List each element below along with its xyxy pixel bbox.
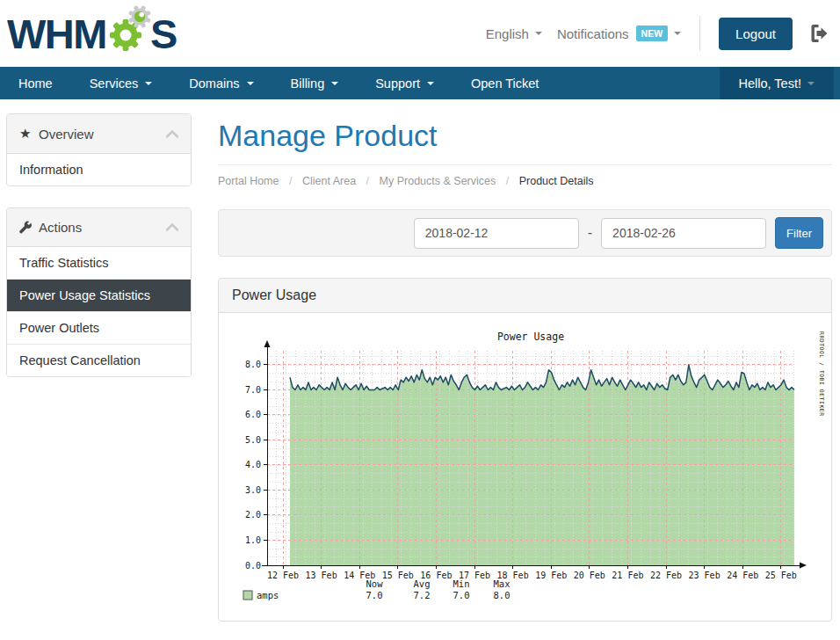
- nav-item-open-ticket[interactable]: Open Ticket: [453, 67, 557, 99]
- svg-text:Min: Min: [453, 578, 470, 589]
- nav-item-support[interactable]: Support: [357, 67, 453, 99]
- language-dropdown[interactable]: English: [486, 26, 542, 41]
- svg-text:7.0: 7.0: [366, 590, 383, 600]
- svg-text:Max: Max: [494, 578, 511, 589]
- sidebar-item-power-usage-statistics[interactable]: Power Usage Statistics: [7, 280, 191, 312]
- nav-item-billing[interactable]: Billing: [272, 67, 358, 99]
- power-usage-panel: Power Usage 0.01.02.03.04.05.06.07.08.01…: [218, 278, 832, 622]
- power-usage-panel-title: Power Usage: [219, 279, 831, 313]
- chevron-up-icon: [166, 223, 178, 231]
- sidebar-item-information[interactable]: Information: [7, 154, 191, 185]
- actions-panel-header[interactable]: Actions: [7, 208, 191, 246]
- actions-items: Traffic Statistics Power Usage Statistic…: [7, 246, 191, 376]
- chevron-down-icon: [427, 82, 434, 85]
- main-content: Manage Product Portal Home / Client Area…: [218, 113, 832, 622]
- svg-text:7.0: 7.0: [453, 590, 470, 600]
- sidebar-item-request-cancellation[interactable]: Request Cancellation: [7, 345, 191, 376]
- svg-text:Now: Now: [366, 578, 384, 589]
- logo-text-left: WHM: [7, 13, 106, 55]
- page-title: Manage Product: [218, 119, 832, 165]
- svg-text:20 Feb: 20 Feb: [574, 571, 605, 580]
- logout-button[interactable]: Logout: [719, 18, 793, 50]
- svg-text:3.0: 3.0: [245, 485, 261, 495]
- chevron-down-icon: [145, 82, 152, 85]
- svg-text:0.0: 0.0: [245, 561, 261, 571]
- end-date-input[interactable]: [601, 218, 766, 249]
- nav-item-services[interactable]: Services: [71, 67, 171, 99]
- sidebar: ★ Overview Information Actions: [6, 113, 192, 622]
- power-usage-chart: 0.01.02.03.04.05.06.07.08.012 Feb13 Feb1…: [238, 329, 832, 610]
- chevron-up-icon: [166, 130, 178, 138]
- wrench-icon: [19, 221, 39, 234]
- logo-text-right: S: [150, 13, 177, 55]
- svg-text:4.0: 4.0: [245, 460, 261, 469]
- nav-item-domains[interactable]: Domains: [170, 67, 272, 99]
- header-divider: [699, 16, 700, 51]
- svg-text:25 Feb: 25 Feb: [765, 571, 797, 580]
- overview-panel: ★ Overview Information: [6, 113, 192, 186]
- svg-text:amps: amps: [257, 590, 279, 600]
- svg-text:23 Feb: 23 Feb: [689, 571, 721, 580]
- power-usage-panel-body: 0.01.02.03.04.05.06.07.08.012 Feb13 Feb1…: [219, 313, 831, 621]
- svg-text:24 Feb: 24 Feb: [727, 571, 758, 580]
- svg-text:RRDTOOL / TOBI OETIKER: RRDTOOL / TOBI OETIKER: [819, 331, 825, 417]
- svg-text:6.0: 6.0: [245, 410, 261, 419]
- chevron-down-icon: [247, 82, 254, 85]
- svg-text:21 Feb: 21 Feb: [612, 571, 643, 580]
- breadcrumb: Portal Home / Client Area / My Products …: [218, 175, 832, 187]
- star-icon: ★: [19, 126, 39, 142]
- sign-out-icon[interactable]: [807, 24, 829, 43]
- top-header: WHM: [0, 0, 840, 67]
- chevron-down-icon: [331, 82, 338, 85]
- nav-item-home[interactable]: Home: [0, 67, 71, 99]
- breadcrumb-client-area[interactable]: Client Area: [302, 175, 356, 187]
- svg-text:13 Feb: 13 Feb: [306, 571, 337, 580]
- main-navbar: Home Services Domains Billing Support Op…: [0, 67, 840, 99]
- whmcs-logo[interactable]: WHM: [7, 4, 177, 64]
- svg-text:22 Feb: 22 Feb: [650, 571, 682, 580]
- page: WHM: [0, 0, 840, 640]
- svg-text:Avg: Avg: [414, 578, 431, 589]
- date-filter-bar: - Filter: [218, 209, 832, 257]
- svg-text:7.0: 7.0: [245, 385, 261, 395]
- header-controls: English Notifications NEW Logout: [486, 16, 829, 51]
- filter-button[interactable]: Filter: [775, 217, 823, 249]
- svg-text:12 Feb: 12 Feb: [267, 571, 299, 580]
- chevron-down-icon: [807, 82, 815, 85]
- content-area: ★ Overview Information Actions: [0, 99, 840, 622]
- date-range-separator: -: [588, 225, 592, 241]
- svg-text:19 Feb: 19 Feb: [535, 571, 567, 580]
- actions-panel: Actions Traffic Statistics Power Usage S…: [6, 207, 192, 377]
- breadcrumb-product-details: Product Details: [519, 175, 594, 187]
- svg-text:1.0: 1.0: [245, 535, 261, 545]
- notifications-dropdown[interactable]: Notifications NEW: [557, 25, 681, 41]
- overview-items: Information: [7, 153, 191, 185]
- sidebar-item-power-outlets[interactable]: Power Outlets: [7, 312, 191, 345]
- svg-text:8.0: 8.0: [494, 590, 511, 600]
- chevron-down-icon: [535, 32, 542, 35]
- breadcrumb-my-products[interactable]: My Products & Services: [380, 175, 496, 187]
- gear-icon: [106, 4, 150, 64]
- overview-panel-header[interactable]: ★ Overview: [7, 114, 191, 153]
- new-badge: NEW: [636, 25, 669, 41]
- svg-text:7.2: 7.2: [414, 590, 431, 600]
- user-menu[interactable]: Hello, Test!: [720, 67, 834, 99]
- start-date-input[interactable]: [414, 218, 579, 249]
- chevron-down-icon: [674, 32, 681, 35]
- svg-text:15 Feb: 15 Feb: [382, 571, 414, 580]
- sidebar-item-traffic-statistics[interactable]: Traffic Statistics: [7, 247, 191, 280]
- svg-text:2.0: 2.0: [245, 510, 261, 520]
- svg-text:8.0: 8.0: [245, 360, 261, 369]
- svg-text:5.0: 5.0: [245, 435, 261, 445]
- svg-text:Power Usage: Power Usage: [497, 331, 564, 343]
- breadcrumb-portal-home[interactable]: Portal Home: [218, 175, 279, 187]
